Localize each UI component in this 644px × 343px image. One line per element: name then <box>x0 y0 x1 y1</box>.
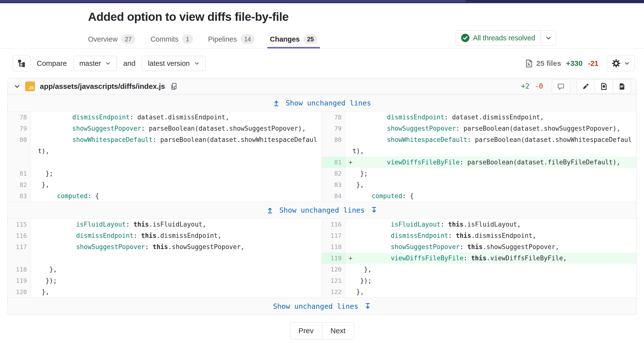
diff-cell: 82 }, <box>8 179 322 190</box>
tab-commits[interactable]: Commits1 <box>150 29 193 49</box>
files-count-label: 25 files <box>536 59 561 68</box>
navbar-accent-strip <box>0 0 466 2</box>
diff-row: 79 showSuggestPopover: parseBoolean(data… <box>8 123 636 134</box>
diff-row: t), t), <box>8 145 636 157</box>
view-file-button[interactable] <box>613 79 631 94</box>
diff-cell: 120 }, <box>8 286 322 297</box>
line-number[interactable]: 79 <box>8 123 31 134</box>
source-branch-dropdown[interactable]: master <box>73 56 117 71</box>
line-number[interactable]: 83 <box>322 179 346 190</box>
collapse-file-button[interactable] <box>13 82 21 91</box>
code-line: dismissEndpoint: this.dismissEndpoint, <box>31 230 322 241</box>
code-line <box>31 252 322 264</box>
line-number[interactable]: 83 <box>8 190 31 202</box>
code-line: }, <box>346 179 636 190</box>
line-number[interactable]: 84 <box>322 190 346 202</box>
code-line: }, <box>346 264 636 275</box>
line-number[interactable]: 78 <box>322 112 346 123</box>
show-unchanged-lines-middle[interactable]: Show unchanged lines <box>8 202 636 219</box>
diff-cell <box>8 252 322 264</box>
tab-pipelines[interactable]: Pipelines14 <box>208 29 255 49</box>
edit-file-button[interactable] <box>577 79 595 94</box>
line-number[interactable]: 120 <box>8 286 31 297</box>
line-number[interactable]: 120 <box>322 264 346 275</box>
clipboard-icon <box>170 83 178 90</box>
line-number[interactable]: 81 <box>322 157 346 168</box>
copy-file-path-button[interactable] <box>170 82 179 91</box>
line-number[interactable] <box>8 145 31 157</box>
line-number[interactable]: 80 <box>8 134 31 145</box>
prev-file-button[interactable]: Prev <box>290 322 322 339</box>
line-number[interactable]: 121 <box>322 275 346 286</box>
doc-text-icon <box>618 83 626 90</box>
resolved-threads-label: All threads resolved <box>473 34 535 42</box>
line-number[interactable]: 119 <box>322 252 346 264</box>
target-version-value: latest version <box>148 60 190 68</box>
line-number[interactable]: 118 <box>322 241 346 252</box>
code-line: computed: { <box>346 190 636 202</box>
tab-count-badge: 27 <box>121 34 136 44</box>
check-circle-icon <box>461 34 470 42</box>
line-number[interactable] <box>322 145 346 157</box>
doc-versions-icon <box>600 83 608 90</box>
chevron-down-icon <box>194 61 200 66</box>
diff-row: 119 });121 }); <box>8 275 636 286</box>
line-number[interactable]: 116 <box>322 219 346 230</box>
line-number[interactable]: 118 <box>8 264 31 275</box>
code-line: showSuggestPopover: this.showSuggestPopo… <box>31 241 322 252</box>
show-unchanged-lines-bottom[interactable]: Show unchanged lines <box>8 297 636 315</box>
target-version-dropdown[interactable]: latest version <box>142 56 206 71</box>
tab-count-badge: 25 <box>304 34 318 44</box>
resolved-threads-button[interactable]: All threads resolved <box>456 31 540 45</box>
line-number[interactable]: 81 <box>8 168 31 179</box>
code-line: t), <box>346 145 636 157</box>
diff-cell: 119 }); <box>8 275 322 286</box>
file-tree-toggle-button[interactable] <box>13 55 30 72</box>
diff-cell: 119+ viewDiffsFileByFile: this.viewDiffs… <box>322 252 636 264</box>
pencil-icon <box>582 83 590 90</box>
diff-row: 117 showSuggestPopover: this.showSuggest… <box>8 241 636 252</box>
line-number[interactable]: 119 <box>8 275 31 286</box>
line-number[interactable]: 78 <box>8 112 31 123</box>
diff-file-header: JS app/assets/javascripts/diffs/index.js… <box>8 78 636 94</box>
line-number[interactable] <box>8 157 31 168</box>
line-number[interactable]: 79 <box>322 123 346 134</box>
line-number[interactable]: 82 <box>322 168 346 179</box>
expand-down-icon <box>364 303 371 310</box>
diff-row: 115 isFluidLayout: this.isFluidLayout,11… <box>8 219 636 230</box>
mr-header: Added option to view diffs file-by-file … <box>0 10 644 49</box>
diff-cell: 81+ viewDiffsFileByFile: parseBoolean(da… <box>322 157 636 168</box>
line-number[interactable]: 80 <box>322 134 346 145</box>
show-unchanged-lines-label: Show unchanged lines <box>279 206 364 214</box>
line-number[interactable]: 122 <box>322 286 346 297</box>
expand-up-icon <box>266 207 273 214</box>
line-number[interactable]: 117 <box>8 241 31 252</box>
line-number[interactable]: 116 <box>8 230 31 241</box>
toggle-comments-button[interactable] <box>552 79 570 94</box>
file-actions-group <box>577 79 631 94</box>
code-line: }, <box>31 286 322 297</box>
tab-label: Pipelines <box>208 35 237 43</box>
diff-settings-button[interactable] <box>607 55 635 72</box>
line-number[interactable]: 115 <box>8 219 31 230</box>
diff-hunk-2: 115 isFluidLayout: this.isFluidLayout,11… <box>8 219 636 297</box>
diff-cell: t), <box>322 145 636 157</box>
toggle-file-version-button[interactable] <box>595 79 613 94</box>
tab-count-badge: 1 <box>182 34 193 44</box>
code-line: }, <box>31 264 322 275</box>
code-line: computed: { <box>31 190 322 202</box>
show-unchanged-lines-top[interactable]: Show unchanged lines <box>8 94 636 112</box>
diff-cell: 78 dismissEndpoint: dataset.dismissEndpo… <box>322 112 636 123</box>
chevron-down-icon <box>106 61 111 66</box>
file-tree-icon <box>17 59 26 68</box>
line-number[interactable]: 82 <box>8 179 31 190</box>
tab-overview[interactable]: Overview27 <box>88 29 136 49</box>
next-file-button[interactable]: Next <box>322 322 354 339</box>
line-number[interactable]: 117 <box>322 230 346 241</box>
top-navbar <box>0 0 644 3</box>
line-number[interactable] <box>8 252 31 264</box>
resolved-threads-caret[interactable] <box>540 31 556 45</box>
tab-changes[interactable]: Changes25 <box>270 29 317 49</box>
code-line: dismissEndpoint: dataset.dismissEndpoint… <box>31 112 322 123</box>
diff-row: 82 },83 }, <box>8 179 636 190</box>
